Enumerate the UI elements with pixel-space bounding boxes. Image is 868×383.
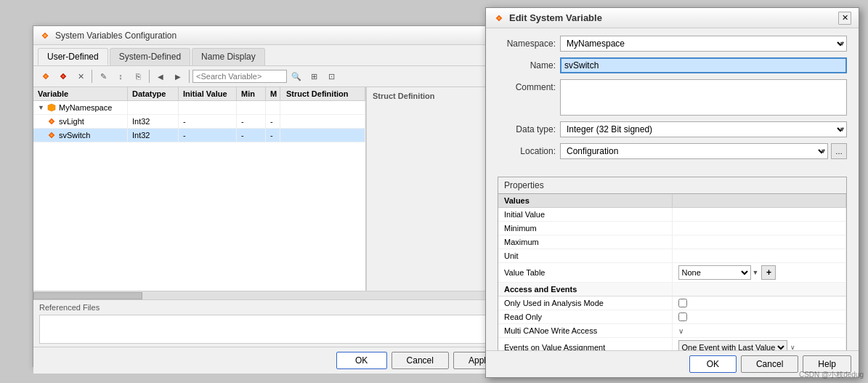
watermark: CSDN @小栈dedug (799, 370, 864, 380)
prop-vt-value: None ▼ + (673, 263, 847, 282)
toolbar-btn-7[interactable]: ◀ (153, 68, 169, 84)
tab-user-defined[interactable]: User-Defined (38, 48, 108, 65)
svc-title-icon (39, 30, 51, 41)
referenced-files-label: Referenced Files (39, 303, 100, 312)
location-label-esv: Location: (498, 146, 556, 156)
svg-point-0 (44, 34, 46, 37)
h-scrollbar[interactable] (33, 291, 511, 299)
esv-form: Namespace: MyNamespace ▼ Name: Comment: (486, 28, 859, 172)
prop-ro-checkbox-cell (673, 310, 847, 323)
svc-main-content: Variable Datatype Initial Value Min M St… (33, 87, 511, 291)
prop-ro-label: Read Only (498, 310, 673, 323)
toolbar-btn-6[interactable]: ⎘ (130, 68, 146, 84)
toolbar-btn-1[interactable] (38, 68, 54, 84)
esv-ok-button[interactable]: OK (689, 355, 737, 373)
tab-name-display[interactable]: Name Display (192, 48, 265, 65)
svc-ok-button[interactable]: OK (336, 352, 387, 369)
th-datatype: Datatype (128, 87, 179, 100)
sv-switch-min: - (237, 129, 266, 142)
sv-light-struct (280, 115, 365, 128)
prop-mc-label: Multi CANoe Write Access (498, 324, 673, 337)
datatype-row-esv: Data type: Integer (32 Bit signed) ▼ (498, 121, 847, 137)
sv-light-m: - (266, 115, 280, 128)
sv-switch-icon (46, 130, 57, 140)
datatype-label-esv: Data type: (498, 124, 556, 134)
read-only-checkbox[interactable] (678, 313, 687, 321)
close-button[interactable]: ✕ (838, 12, 851, 25)
sv-switch-dt: Int32 (128, 129, 179, 142)
sv-switch-iv: - (179, 129, 237, 142)
svg-point-4 (51, 134, 53, 137)
table-header: Variable Datatype Initial Value Min M St… (33, 87, 365, 101)
comment-textarea[interactable] (560, 79, 847, 116)
namespace-select[interactable]: MyNamespace (560, 36, 847, 52)
sv-switch-label: svSwitch (59, 131, 90, 140)
prop-max-label: Maximum (498, 235, 673, 249)
search-input[interactable] (192, 70, 287, 83)
svg-point-1 (45, 76, 47, 78)
search-btn[interactable]: 🔍 (288, 68, 304, 84)
prop-iv-value (673, 208, 847, 221)
prop-max-value (673, 235, 847, 249)
sv-light-label: svLight (59, 117, 84, 126)
toolbar-btn-8[interactable]: ▶ (170, 68, 186, 84)
value-table-select[interactable]: None (678, 265, 751, 280)
esv-dialog: Edit System Variable ✕ Namespace: MyName… (485, 7, 859, 378)
properties-section: Properties Values Initial Value Minimum … (498, 177, 847, 358)
tab-system-defined[interactable]: System-Defined (110, 48, 190, 65)
datatype-select-wrapper: Integer (32 Bit signed) ▼ (560, 121, 847, 137)
th-min: Min (237, 87, 266, 100)
name-input[interactable] (560, 57, 847, 73)
esv-title-icon (493, 12, 505, 24)
ns-struct (280, 101, 365, 114)
svc-cancel-button[interactable]: Cancel (392, 352, 449, 369)
svc-bottom-buttons: OK Cancel Apply (33, 347, 511, 374)
sv-light-row[interactable]: svLight Int32 - - - (33, 115, 365, 129)
sv-switch-name-cell: svSwitch (33, 129, 128, 142)
sv-switch-row[interactable]: svSwitch Int32 - - - (33, 129, 365, 142)
vt-down-arrow: ▼ (753, 269, 759, 276)
ns-m (266, 101, 280, 114)
location-select[interactable]: Configuration (560, 143, 828, 159)
properties-header: Properties (498, 177, 846, 194)
esv-titlebar: Edit System Variable ✕ (486, 8, 859, 28)
location-dots-button[interactable]: … (831, 143, 847, 159)
prop-min-label: Minimum (498, 222, 673, 235)
variable-table: Variable Datatype Initial Value Min M St… (33, 87, 366, 291)
scrollbar-thumb[interactable] (33, 292, 142, 299)
props-th-col2 (673, 194, 847, 207)
analysis-mode-checkbox[interactable] (678, 299, 687, 307)
filter-btn-2[interactable]: ⊡ (323, 68, 339, 84)
prop-am-label: Only Used in Analysis Mode (498, 297, 673, 310)
toolbar-btn-2[interactable] (55, 68, 71, 84)
name-label-esv: Name: (498, 60, 556, 70)
svc-toolbar: ✕ ✎ ↕ ⎘ ◀ ▶ 🔍 ⊞ ⊡ (33, 66, 511, 87)
name-control (560, 57, 847, 73)
svc-tab-bar: User-Defined System-Defined Name Display (33, 45, 511, 66)
namespace-label-esv: Namespace: (498, 39, 556, 49)
sv-light-name-cell: svLight (33, 115, 128, 128)
namespace-row[interactable]: ▼ MyNamespace (33, 101, 365, 115)
namespace-label: MyNamespace (59, 103, 112, 112)
ns-iv (179, 101, 237, 114)
toolbar-btn-4[interactable]: ✎ (95, 68, 111, 84)
filter-btn-1[interactable]: ⊞ (306, 68, 322, 84)
name-row-esv: Name: (498, 57, 847, 73)
toolbar-sep-1 (92, 70, 92, 83)
toolbar-sep-3 (189, 70, 190, 83)
prop-maximum: Maximum (498, 235, 846, 249)
props-th-values: Values (498, 194, 673, 207)
datatype-select[interactable]: Integer (32 Bit signed) (560, 121, 847, 137)
location-row-esv: Location: Configuration ▼ … (498, 143, 847, 159)
prop-read-only: Read Only (498, 310, 846, 324)
namespace-cell: ▼ MyNamespace (33, 101, 128, 114)
toolbar-btn-3[interactable]: ✕ (73, 68, 89, 84)
esv-cancel-button[interactable]: Cancel (741, 355, 798, 373)
toolbar-btn-5[interactable]: ↕ (113, 68, 129, 84)
ns-min (237, 101, 266, 114)
comment-label-esv: Comment: (498, 82, 556, 92)
comment-control (560, 79, 847, 116)
sv-light-iv: - (179, 115, 237, 128)
value-table-add-button[interactable]: + (761, 265, 776, 280)
namespace-control: MyNamespace ▼ (560, 36, 847, 52)
